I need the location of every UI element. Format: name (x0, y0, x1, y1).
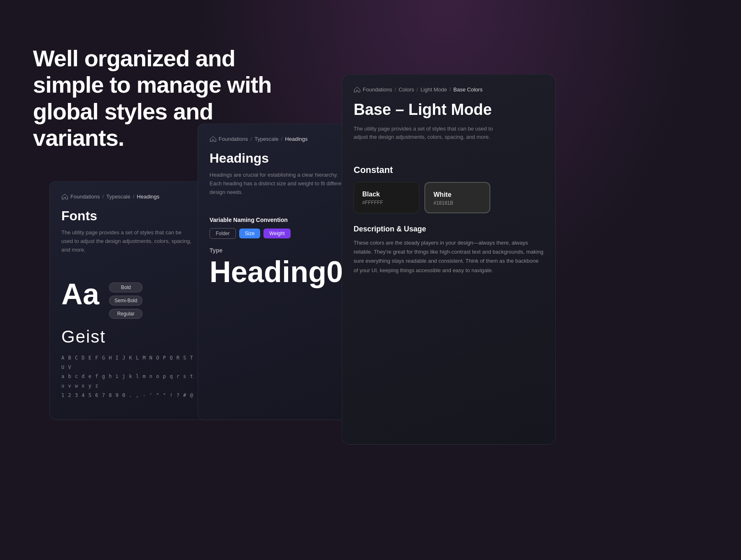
alphabet-line2: a b c d e f g h i j k l m n o p q r s t … (61, 372, 194, 391)
font-weights: Bold Semi-Bold Regular (109, 279, 142, 319)
swatch-black-name: Black (362, 191, 411, 198)
colors-title: Base – Light Mode (354, 101, 544, 119)
weight-regular: Regular (109, 309, 142, 319)
fonts-description: The utility page provides a set of style… (61, 229, 194, 254)
card-colors: Foundations / Colors / Light Mode / Base… (342, 74, 556, 445)
breadcrumb-colors: Foundations / Colors / Light Mode / Base… (342, 75, 555, 101)
constant-label: Constant (354, 165, 544, 175)
swatch-white: White #18181B (424, 182, 490, 213)
breadcrumb-sep1: / (103, 194, 104, 200)
swatch-white-name: White (433, 191, 481, 198)
home-icon (61, 193, 68, 200)
headings-description: Headings are crucial for establishing a … (210, 171, 350, 196)
breadcrumb-item-foundations: Foundations (70, 194, 100, 200)
constant-section: Constant Black #FFFFFF White #18181B (342, 153, 555, 213)
sep-c1: / (395, 86, 396, 93)
breadcrumb-foundations-colors: Foundations (363, 86, 392, 93)
tag-weight: Weight (263, 229, 290, 238)
sep-c2: / (417, 86, 418, 93)
swatch-white-hex: #18181B (433, 200, 481, 206)
color-swatches: Black #FFFFFF White #18181B (354, 182, 544, 213)
card-fonts-body: Fonts The utility page provides a set of… (50, 208, 205, 266)
sep-c3: / (450, 86, 451, 93)
hero-headline: Well organized and simple to manage with… (33, 45, 296, 152)
card-fonts: Foundations / Typescale / Headings Fonts… (49, 181, 206, 420)
hero-section: Well organized and simple to manage with… (33, 45, 296, 152)
desc-text: These colors are the steady players in y… (354, 238, 544, 275)
breadcrumb-item-headings: Headings (137, 194, 159, 200)
breadcrumb-fonts: Foundations / Typescale / Headings (50, 182, 205, 208)
variable-naming-section: Variable Naming Convention Folder Size W… (198, 208, 362, 247)
description-section: Description & Usage These colors are the… (342, 213, 555, 286)
card-headings: Foundations / Typescale / Headings Headi… (198, 124, 362, 420)
type-label: Type (198, 247, 362, 254)
swatch-black: Black #FFFFFF (354, 182, 419, 213)
card-headings-body: Headings Headings are crucial for establ… (198, 150, 362, 208)
alphabet-display: A B C D E F G H I J K L M N O P Q R S T … (50, 347, 205, 407)
breadcrumb-lightmode: Light Mode (420, 86, 447, 93)
breadcrumb-item-typescale: Typescale (106, 194, 130, 200)
breadcrumb-basecolors: Base Colors (453, 86, 482, 93)
variable-naming-label: Variable Naming Convention (210, 217, 350, 223)
tag-size: Size (239, 229, 260, 238)
card-colors-body: Base – Light Mode The utility page provi… (342, 101, 555, 153)
alphabet-line3: 1 2 3 4 5 6 7 8 9 0 . , - ' " " ! ? # @ (61, 391, 194, 400)
font-display: Aa Bold Semi-Bold Regular (50, 266, 205, 327)
heading01-display: Heading01 (198, 257, 362, 287)
breadcrumb-sep2: / (133, 194, 135, 200)
weight-bold: Bold (109, 282, 142, 292)
desc-title: Description & Usage (354, 225, 544, 233)
breadcrumb-colors-item: Colors (398, 86, 414, 93)
colors-description: The utility page provides a set of style… (354, 125, 494, 142)
swatch-black-hex: #FFFFFF (362, 200, 411, 205)
fonts-title: Fonts (61, 208, 194, 224)
tag-folder: Folder (210, 228, 236, 239)
font-name: Geist (50, 327, 205, 347)
tags-row: Folder Size Weight (210, 228, 350, 239)
font-letters: Aa (61, 279, 99, 309)
headings-title: Headings (210, 150, 350, 166)
weight-semibold: Semi-Bold (109, 296, 142, 306)
home-icon-colors (354, 86, 360, 93)
alphabet-line1: A B C D E F G H I J K L M N O P Q R S T … (61, 353, 194, 372)
